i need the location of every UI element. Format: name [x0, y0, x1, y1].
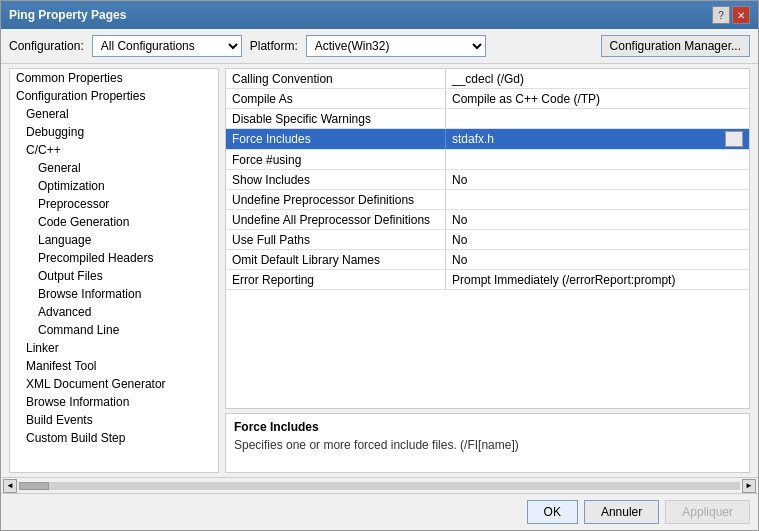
prop-value-undefine-preprocessor	[446, 190, 749, 209]
ok-button[interactable]: OK	[527, 500, 578, 524]
description-title: Force Includes	[234, 420, 741, 434]
prop-row-omit-library-names[interactable]: Omit Default Library Names No	[226, 250, 749, 270]
prop-name-undefine-all-preprocessor: Undefine All Preprocessor Definitions	[226, 210, 446, 229]
right-panel: Calling Convention __cdecl (/Gd) Compile…	[225, 68, 750, 473]
scroll-track[interactable]	[19, 482, 740, 490]
tree-item-output-files[interactable]: Output Files	[10, 267, 218, 285]
tree-item-build-events[interactable]: Build Events	[10, 411, 218, 429]
close-button[interactable]: ✕	[732, 6, 750, 24]
tree-item-linker[interactable]: Linker	[10, 339, 218, 357]
prop-row-force-using[interactable]: Force #using	[226, 150, 749, 170]
prop-name-show-includes: Show Includes	[226, 170, 446, 189]
prop-row-compile-as[interactable]: Compile As Compile as C++ Code (/TP)	[226, 89, 749, 109]
prop-row-force-includes[interactable]: Force Includes stdafx.h ...	[226, 129, 749, 150]
platform-label: Platform:	[250, 39, 298, 53]
cancel-button[interactable]: Annuler	[584, 500, 659, 524]
config-select[interactable]: All Configurations	[92, 35, 242, 57]
prop-value-calling-convention: __cdecl (/Gd)	[446, 69, 749, 88]
prop-name-undefine-preprocessor: Undefine Preprocessor Definitions	[226, 190, 446, 209]
tree-item-general[interactable]: General	[10, 105, 218, 123]
force-includes-browse-button[interactable]: ...	[725, 131, 743, 147]
tree-item-configuration-properties[interactable]: Configuration Properties	[10, 87, 218, 105]
prop-value-omit-library-names: No	[446, 250, 749, 269]
prop-row-calling-convention[interactable]: Calling Convention __cdecl (/Gd)	[226, 69, 749, 89]
description-text: Specifies one or more forced include fil…	[234, 438, 741, 452]
prop-value-error-reporting: Prompt Immediately (/errorReport:prompt)	[446, 270, 749, 289]
main-content: Common Properties Configuration Properti…	[1, 64, 758, 477]
bottom-bar: OK Annuler Appliquer	[1, 493, 758, 530]
prop-value-undefine-all-preprocessor: No	[446, 210, 749, 229]
tree-item-precompiled-headers[interactable]: Precompiled Headers	[10, 249, 218, 267]
platform-select[interactable]: Active(Win32)	[306, 35, 486, 57]
title-bar: Ping Property Pages ? ✕	[1, 1, 758, 29]
tree-item-common-properties[interactable]: Common Properties	[10, 69, 218, 87]
toolbar-row: Configuration: All Configurations Platfo…	[1, 29, 758, 64]
config-label: Configuration:	[9, 39, 84, 53]
prop-row-error-reporting[interactable]: Error Reporting Prompt Immediately (/err…	[226, 270, 749, 290]
prop-value-compile-as: Compile as C++ Code (/TP)	[446, 89, 749, 108]
description-box: Force Includes Specifies one or more for…	[225, 413, 750, 473]
dialog-window: Ping Property Pages ? ✕ Configuration: A…	[0, 0, 759, 531]
prop-row-undefine-preprocessor[interactable]: Undefine Preprocessor Definitions	[226, 190, 749, 210]
tree-item-debugging[interactable]: Debugging	[10, 123, 218, 141]
prop-value-force-includes: stdafx.h ...	[446, 129, 749, 149]
tree-panel: Common Properties Configuration Properti…	[9, 68, 219, 473]
prop-row-show-includes[interactable]: Show Includes No	[226, 170, 749, 190]
help-button[interactable]: ?	[712, 6, 730, 24]
tree-item-code-generation[interactable]: Code Generation	[10, 213, 218, 231]
prop-name-omit-library-names: Omit Default Library Names	[226, 250, 446, 269]
tree-item-general2[interactable]: General	[10, 159, 218, 177]
prop-value-force-using	[446, 150, 749, 169]
prop-name-calling-convention: Calling Convention	[226, 69, 446, 88]
apply-button[interactable]: Appliquer	[665, 500, 750, 524]
property-table: Calling Convention __cdecl (/Gd) Compile…	[225, 68, 750, 409]
force-includes-value: stdafx.h	[452, 132, 494, 146]
prop-value-show-includes: No	[446, 170, 749, 189]
scroll-thumb[interactable]	[19, 482, 49, 490]
prop-name-force-includes: Force Includes	[226, 129, 446, 149]
horizontal-scrollbar[interactable]: ◄ ►	[1, 477, 758, 493]
prop-name-use-full-paths: Use Full Paths	[226, 230, 446, 249]
prop-row-use-full-paths[interactable]: Use Full Paths No	[226, 230, 749, 250]
tree-item-preprocessor[interactable]: Preprocessor	[10, 195, 218, 213]
title-bar-buttons: ? ✕	[712, 6, 750, 24]
scroll-right-button[interactable]: ►	[742, 479, 756, 493]
tree-item-browse-information[interactable]: Browse Information	[10, 285, 218, 303]
prop-row-disable-warnings[interactable]: Disable Specific Warnings	[226, 109, 749, 129]
prop-name-compile-as: Compile As	[226, 89, 446, 108]
tree-item-optimization[interactable]: Optimization	[10, 177, 218, 195]
tree-item-xml-document-generator[interactable]: XML Document Generator	[10, 375, 218, 393]
config-manager-button[interactable]: Configuration Manager...	[601, 35, 750, 57]
tree-item-browse-information2[interactable]: Browse Information	[10, 393, 218, 411]
tree-item-c-cpp[interactable]: C/C++	[10, 141, 218, 159]
prop-value-disable-warnings	[446, 109, 749, 128]
prop-row-undefine-all-preprocessor[interactable]: Undefine All Preprocessor Definitions No	[226, 210, 749, 230]
scroll-left-button[interactable]: ◄	[3, 479, 17, 493]
prop-name-error-reporting: Error Reporting	[226, 270, 446, 289]
tree-item-custom-build-step[interactable]: Custom Build Step	[10, 429, 218, 447]
tree-item-language[interactable]: Language	[10, 231, 218, 249]
prop-name-disable-warnings: Disable Specific Warnings	[226, 109, 446, 128]
tree-item-manifest-tool[interactable]: Manifest Tool	[10, 357, 218, 375]
prop-name-force-using: Force #using	[226, 150, 446, 169]
window-title: Ping Property Pages	[9, 8, 126, 22]
tree-item-advanced[interactable]: Advanced	[10, 303, 218, 321]
tree-item-command-line[interactable]: Command Line	[10, 321, 218, 339]
prop-value-use-full-paths: No	[446, 230, 749, 249]
